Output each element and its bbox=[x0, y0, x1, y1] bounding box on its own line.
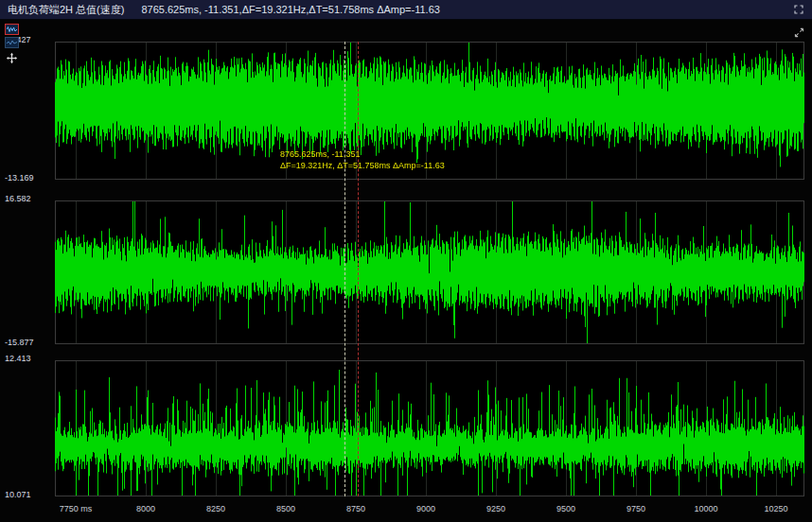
waveform-thumbnail-selected[interactable] bbox=[5, 24, 19, 35]
y-axis-max-label-2: 16.582 bbox=[5, 194, 31, 203]
vibration-analyzer-window: 电机负荷端2H 总值(速度) 8765.625ms, -11.351,ΔF=19… bbox=[0, 0, 812, 522]
waveform-panel-3[interactable] bbox=[55, 360, 804, 496]
mini-waveform-icon bbox=[7, 39, 17, 46]
channel-title: 电机负荷端2H 总值(速度) bbox=[8, 3, 124, 17]
mini-waveform-icon bbox=[7, 26, 17, 33]
annotation-line2: ΔF=19.321Hz, ΔT=51.758ms ΔAmp=-11.63 bbox=[280, 160, 445, 171]
y-axis-min-label-2: -15.877 bbox=[5, 338, 34, 347]
cursor-line-secondary[interactable] bbox=[344, 42, 345, 496]
tool-sidebar bbox=[2, 23, 21, 68]
x-tick-label: 8000 bbox=[136, 504, 155, 513]
waveform-thumbnail[interactable] bbox=[5, 37, 19, 48]
plot-area: 10.427 -13.169 16.582 -15.877 12.413 10.… bbox=[0, 20, 812, 522]
cursor-line-primary[interactable] bbox=[358, 42, 359, 496]
x-tick-label: 10000 bbox=[694, 504, 717, 513]
x-tick-label: 8500 bbox=[276, 504, 295, 513]
x-tick-label: 9000 bbox=[416, 504, 435, 513]
x-tick-label: 7750 ms bbox=[60, 504, 93, 513]
y-axis-min-label-3: 10.071 bbox=[5, 490, 31, 499]
x-tick-label: 9750 bbox=[627, 504, 645, 513]
maximize-icon[interactable] bbox=[794, 25, 804, 42]
y-axis-min-label-1: -13.169 bbox=[5, 173, 34, 183]
x-tick-label: 8750 bbox=[346, 504, 365, 513]
cursor-readout: 8765.625ms, -11.351,ΔF=19.321Hz,ΔT=51.75… bbox=[141, 4, 439, 15]
cursor-annotation: 8765.625ms, -11.351 ΔF=19.321Hz, ΔT=51.7… bbox=[280, 148, 445, 171]
x-tick-label: 9500 bbox=[556, 504, 575, 513]
title-bar: 电机负荷端2H 总值(速度) 8765.625ms, -11.351,ΔF=19… bbox=[0, 0, 812, 20]
x-tick-label: 10250 bbox=[764, 504, 787, 513]
x-tick-label: 9250 bbox=[486, 504, 505, 513]
expand-icon[interactable] bbox=[793, 4, 804, 15]
y-axis-max-label-3: 12.413 bbox=[5, 354, 31, 363]
waveform-panel-2[interactable] bbox=[55, 200, 804, 344]
pan-tool-icon[interactable] bbox=[4, 51, 19, 68]
annotation-line1: 8765.625ms, -11.351 bbox=[280, 148, 445, 160]
x-tick-label: 8250 bbox=[206, 504, 225, 513]
